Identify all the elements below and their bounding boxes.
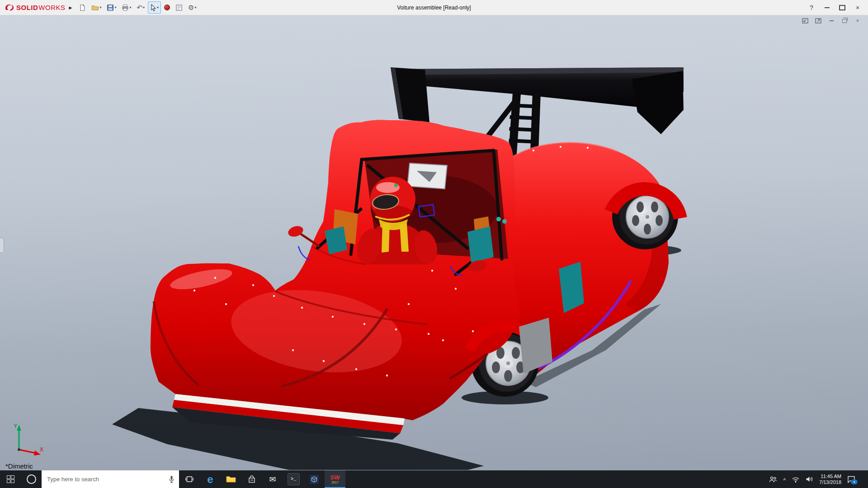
brand-solid: SOLID [16, 4, 38, 11]
minimize-icon [825, 7, 830, 8]
select-dropdown-caret[interactable]: ▾ [157, 5, 159, 9]
view-orientation-label: *Dimetric [5, 462, 33, 470]
network-icon[interactable] [792, 476, 800, 483]
print-icon [122, 4, 129, 11]
brand-works: WORKS [38, 4, 65, 11]
tray-chevron-icon[interactable]: ^ [783, 477, 786, 483]
open-folder-icon [91, 4, 99, 11]
folder-icon [226, 475, 236, 483]
cube-app-icon [309, 474, 319, 484]
search-input[interactable] [46, 475, 165, 483]
volume-icon[interactable] [806, 476, 813, 483]
undo-dropdown-caret[interactable]: ▾ [143, 5, 145, 9]
print-button[interactable]: ▾ [119, 1, 133, 14]
maximize-icon [839, 5, 845, 10]
taskbar-clock[interactable]: 11:45 AM 7/13/2018 [819, 474, 841, 485]
select-button[interactable]: ▾ [148, 1, 161, 14]
start-button[interactable] [0, 470, 21, 488]
notification-badge: 4 [851, 479, 858, 484]
print-dropdown-caret[interactable]: ▾ [129, 5, 131, 9]
record-macro-button[interactable] [162, 1, 172, 14]
viewer-app-button[interactable] [304, 470, 325, 488]
doc-minimize-button[interactable] [827, 17, 835, 24]
doc-restore-icon [842, 19, 847, 23]
open-dropdown-caret[interactable]: ▾ [99, 5, 101, 9]
gear-icon: ⚙ [188, 4, 194, 11]
new-document-icon [79, 4, 86, 11]
microphone-icon[interactable] [169, 475, 175, 483]
doc-close-button[interactable]: × [854, 17, 862, 24]
undo-button[interactable]: ↶ ▾ [134, 1, 147, 14]
cortana-icon [27, 474, 36, 484]
save-button[interactable]: ▾ [104, 1, 118, 14]
select-cursor-icon [150, 4, 156, 11]
clock-date: 7/13/2018 [819, 479, 841, 485]
maximize-button[interactable] [835, 2, 849, 13]
3d-viewport[interactable]: × Y X *Dimetric [0, 15, 868, 470]
solidworks-logo: SOLID WORKS [5, 4, 66, 12]
store-bag-icon [248, 475, 256, 483]
system-tray: ^ 11:45 AM 7/13/2018 4 [769, 470, 868, 488]
y-axis-arrow [17, 425, 21, 431]
doc-pane-right-button[interactable] [814, 17, 822, 24]
menu-flyout-arrow[interactable]: ▶ [69, 5, 72, 10]
task-view-button[interactable] [179, 470, 200, 488]
help-button[interactable]: ? [805, 2, 818, 13]
close-button[interactable]: × [851, 2, 864, 13]
open-button[interactable]: ▾ [89, 1, 104, 14]
window-controls: ? × [805, 2, 868, 13]
save-icon [107, 4, 114, 11]
rear-wheel [611, 183, 680, 249]
options-button[interactable]: ⚙ ▾ [186, 1, 198, 14]
taskbar-search[interactable] [42, 470, 179, 488]
titlebar: SOLID WORKS ▶ ▾ [0, 0, 868, 15]
minimize-button[interactable] [820, 2, 834, 13]
cortana-button[interactable] [21, 470, 42, 488]
action-center-button[interactable]: 4 [847, 475, 855, 483]
clock-time: 11:45 AM [819, 474, 841, 479]
console-icon: >_ [288, 473, 300, 485]
orientation-triad: Y X [4, 421, 45, 460]
mail-button[interactable]: ✉ [262, 470, 283, 488]
people-icon[interactable] [769, 476, 777, 483]
quick-access-toolbar: ▾ ▾ ▾ ↶ ▾ [76, 1, 198, 14]
x-axis-label: X [40, 446, 43, 453]
helmet [370, 177, 415, 222]
doc-restore-button[interactable] [840, 17, 849, 24]
properties-icon [175, 4, 183, 11]
console-button[interactable]: >_ [283, 470, 304, 488]
windows-logo-icon [7, 475, 14, 483]
mail-icon: ✉ [269, 475, 276, 483]
file-properties-button[interactable] [173, 1, 185, 14]
save-dropdown-caret[interactable]: ▾ [114, 5, 116, 9]
file-explorer-button[interactable] [221, 470, 241, 488]
doc-minimize-icon [830, 20, 834, 21]
edge-icon: e [207, 474, 213, 485]
options-dropdown-caret[interactable]: ▾ [195, 5, 197, 9]
solidworks-app-icon: SW 2017 [330, 474, 340, 484]
panel-splitter-handle[interactable] [0, 238, 4, 253]
car-assembly-model[interactable] [0, 15, 868, 470]
doc-pane-left-button[interactable] [801, 17, 809, 24]
document-window-controls: × [801, 17, 862, 24]
ds-logo-icon [5, 4, 14, 12]
edge-button[interactable]: e [200, 470, 221, 488]
undo-icon: ↶ [137, 4, 142, 11]
taskbar: e ✉ >_ [0, 470, 868, 488]
record-icon [164, 5, 170, 10]
solidworks-taskbar-button[interactable]: SW 2017 [325, 470, 345, 488]
new-document-button[interactable] [76, 1, 88, 14]
task-view-icon [185, 476, 193, 483]
solidworks-window: SOLID WORKS ▶ ▾ [0, 0, 868, 488]
left-mirror [287, 224, 304, 238]
store-button[interactable] [241, 470, 262, 488]
y-axis-label: Y [14, 423, 17, 429]
